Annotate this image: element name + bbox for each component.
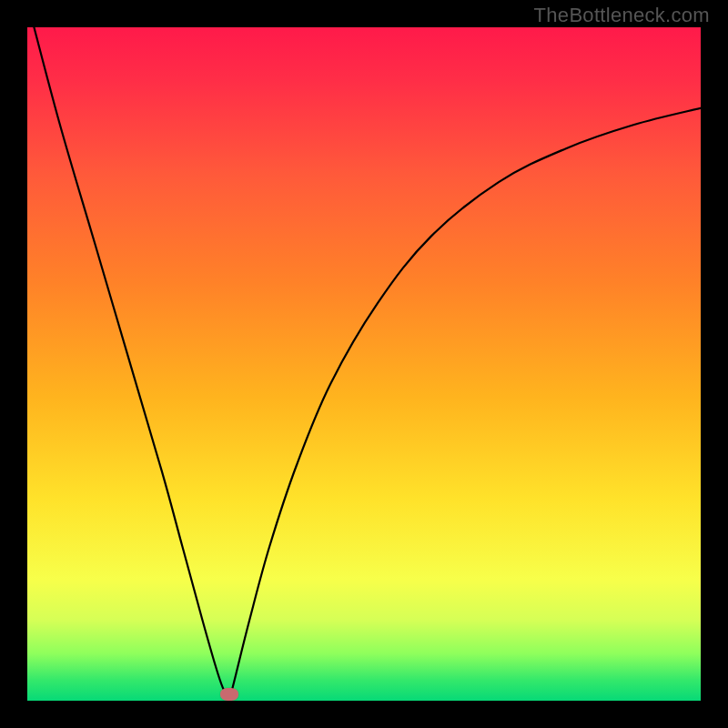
curve-svg xyxy=(27,27,701,701)
curve-right-branch xyxy=(229,108,701,701)
minimum-marker xyxy=(220,688,238,701)
curve-left-branch xyxy=(34,27,229,701)
watermark-text: TheBottleneck.com xyxy=(534,4,710,27)
plot-area xyxy=(27,27,701,701)
chart-frame: TheBottleneck.com xyxy=(0,0,728,728)
